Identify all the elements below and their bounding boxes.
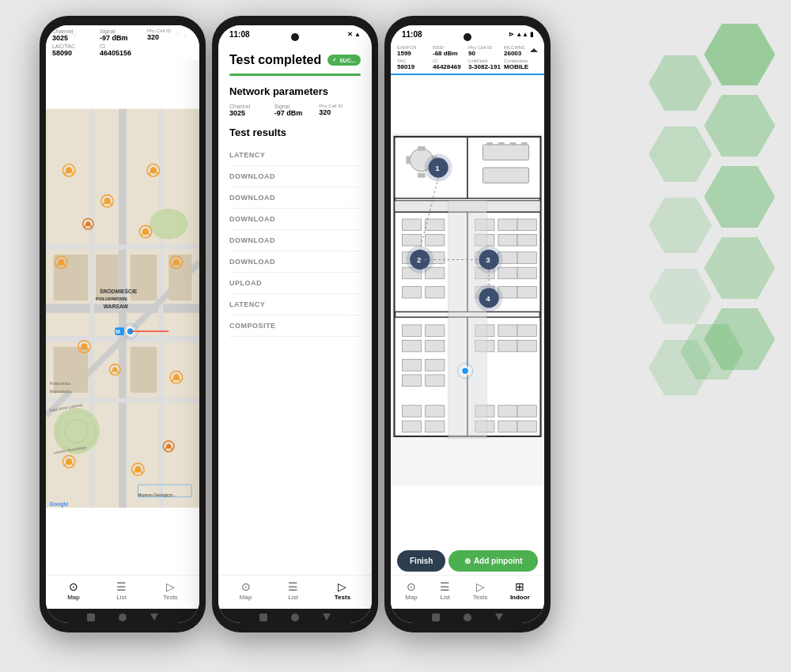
nav-list-phone3[interactable]: ☰ List bbox=[440, 580, 450, 601]
status-icons-2: ✕ ▲ bbox=[347, 31, 361, 38]
svg-rect-95 bbox=[483, 145, 528, 160]
add-pinpoint-label: Add pinpoint bbox=[474, 557, 523, 565]
nav-dot-square-3 bbox=[432, 613, 440, 621]
bottom-nav-phone3: ⊙ Map ☰ List ▷ Tests ⊞ Indoor bbox=[391, 575, 544, 609]
check-icon: ✓ bbox=[332, 57, 337, 63]
tests-icon-1: ▷ bbox=[166, 580, 175, 593]
wifi-icon-2: ▲ bbox=[354, 31, 361, 38]
nav-map-label-3: Map bbox=[405, 594, 418, 601]
nav-icon-3: ⊳ bbox=[509, 31, 514, 38]
test-results-title: Test results bbox=[229, 126, 361, 138]
svg-rect-107 bbox=[426, 234, 445, 246]
add-pinpoint-button[interactable]: ⊕ Add pinpoint bbox=[448, 550, 538, 572]
nav-indoor-phone3[interactable]: ⊞ Indoor bbox=[510, 580, 530, 601]
svg-rect-124 bbox=[498, 267, 517, 279]
chevron-up-icon[interactable] bbox=[530, 48, 538, 52]
result-composite: COMPOSITE bbox=[229, 315, 361, 337]
svg-rect-113 bbox=[426, 286, 445, 298]
finish-button[interactable]: Finish bbox=[397, 550, 445, 572]
connection-info: Connection MOBILE bbox=[504, 59, 538, 70]
svg-rect-97 bbox=[486, 142, 493, 145]
svg-text:1: 1 bbox=[435, 164, 440, 172]
svg-point-16 bbox=[149, 209, 188, 240]
svg-text:3: 3 bbox=[486, 255, 490, 264]
svg-rect-91 bbox=[418, 146, 426, 151]
svg-rect-105 bbox=[426, 219, 445, 231]
tac-info: TAC 58019 bbox=[397, 59, 431, 70]
svg-rect-118 bbox=[498, 234, 517, 246]
status-icons-3: ⊳ ▲▲ ▮ bbox=[509, 31, 533, 38]
svg-point-171 bbox=[461, 367, 469, 375]
svg-rect-112 bbox=[403, 286, 422, 298]
nav-list-label-3: List bbox=[441, 594, 450, 601]
test-results-section: Test results LATENCY DOWNLOAD DOWNLOAD D… bbox=[229, 126, 361, 337]
nav-tests-label-2: Tests bbox=[335, 594, 350, 601]
network-params-title: Network parameters bbox=[229, 85, 361, 97]
param-channel: Channel 3025 bbox=[229, 104, 271, 117]
nav-list-phone1[interactable]: ☰ List bbox=[116, 580, 127, 601]
floor-plan[interactable]: 1 2 3 4 bbox=[391, 75, 544, 544]
phone-map: 11:08 ✕ ▲ Channel 3025 Signal -97 dBm bbox=[40, 16, 206, 632]
nav-list-label-1: List bbox=[116, 594, 126, 601]
nav-dot-square-2 bbox=[259, 613, 267, 621]
svg-text:WARSAW: WARSAW bbox=[104, 304, 129, 309]
svg-rect-132 bbox=[426, 325, 445, 337]
svg-text:M: M bbox=[115, 329, 120, 334]
svg-rect-128 bbox=[517, 286, 536, 298]
indoor-info-grid: EARFCN 1599 RSSI -68 dBm Phy Cell ID 90 … bbox=[397, 45, 538, 70]
status-bar-phone2: 11:08 ✕ ▲ bbox=[218, 25, 372, 42]
network-params-section: Network parameters Channel 3025 Signal -… bbox=[229, 85, 361, 117]
svg-text:Politechnika: Politechnika bbox=[50, 382, 70, 386]
nav-dot-circle-3 bbox=[464, 613, 471, 621]
svg-text:POŁUDNIOWE: POŁUDNIOWE bbox=[96, 296, 127, 301]
nav-map-phone1[interactable]: ⊙ Map bbox=[67, 580, 80, 601]
params-grid: Channel 3025 Signal -97 dBm Phy Cell ID … bbox=[229, 104, 361, 117]
svg-rect-96 bbox=[483, 168, 528, 183]
svg-rect-92 bbox=[418, 173, 426, 178]
svg-rect-139 bbox=[403, 406, 422, 417]
svg-rect-154 bbox=[517, 421, 536, 432]
nav-dot-triangle-1 bbox=[150, 613, 158, 621]
svg-rect-116 bbox=[517, 219, 536, 231]
param-signal: Signal -97 dBm bbox=[274, 104, 316, 117]
hex-decoration bbox=[633, 0, 791, 395]
bottom-nav-dots-1 bbox=[46, 609, 199, 623]
svg-rect-133 bbox=[403, 340, 422, 352]
svg-rect-138 bbox=[426, 375, 445, 387]
result-download-1: DOWNLOAD bbox=[229, 166, 361, 187]
svg-rect-100 bbox=[521, 142, 528, 145]
svg-rect-104 bbox=[403, 219, 422, 231]
svg-text:Warszawska: Warszawska bbox=[50, 390, 72, 394]
svg-rect-147 bbox=[498, 340, 517, 352]
nav-tests-phone3[interactable]: ▷ Tests bbox=[473, 580, 488, 601]
nav-list-phone2[interactable]: ☰ List bbox=[288, 580, 298, 601]
nav-tests-phone1[interactable]: ▷ Tests bbox=[163, 580, 178, 601]
success-badge: ✓ SUC... bbox=[327, 55, 361, 66]
nav-list-label-2: List bbox=[288, 594, 297, 601]
bottom-nav-phone2: ⊙ Map ☰ List ▷ Tests bbox=[218, 575, 372, 609]
ci-info: CI 46405156 bbox=[100, 43, 146, 57]
floor-plan-svg: 1 2 3 4 bbox=[391, 75, 544, 544]
nav-map-phone2[interactable]: ⊙ Map bbox=[240, 580, 252, 601]
svg-rect-106 bbox=[403, 234, 422, 246]
svg-text:Muzeum Geologiczn...: Muzeum Geologiczn... bbox=[138, 493, 176, 497]
nav-tests-phone2[interactable]: ▷ Tests bbox=[335, 580, 350, 601]
earfcn-info: EARFCN 1599 bbox=[397, 45, 431, 57]
nav-tests-label-1: Tests bbox=[163, 594, 178, 601]
nav-map-label-2: Map bbox=[240, 594, 252, 601]
result-download-5: DOWNLOAD bbox=[229, 251, 361, 273]
nav-dot-circle-1 bbox=[119, 613, 127, 621]
camera-notch-2 bbox=[291, 33, 299, 41]
ci-info-3: CI 46428469 bbox=[433, 59, 467, 70]
svg-rect-155 bbox=[448, 201, 487, 439]
map-view[interactable]: ŚRÓDMIEŚCIE POŁUDNIOWE WARSAW Aleja Armi… bbox=[46, 42, 199, 575]
svg-rect-122 bbox=[517, 252, 536, 264]
svg-rect-144 bbox=[498, 325, 517, 337]
result-download-4: DOWNLOAD bbox=[229, 230, 361, 251]
svg-rect-115 bbox=[498, 219, 517, 231]
bottom-nav-dots-3 bbox=[391, 609, 544, 623]
nav-map-phone3[interactable]: ⊙ Map bbox=[405, 580, 418, 601]
tests-icon-3: ▷ bbox=[476, 580, 485, 593]
svg-rect-119 bbox=[517, 234, 536, 246]
phones-container: 11:08 ✕ ▲ Channel 3025 Signal -97 dBm bbox=[40, 16, 551, 632]
